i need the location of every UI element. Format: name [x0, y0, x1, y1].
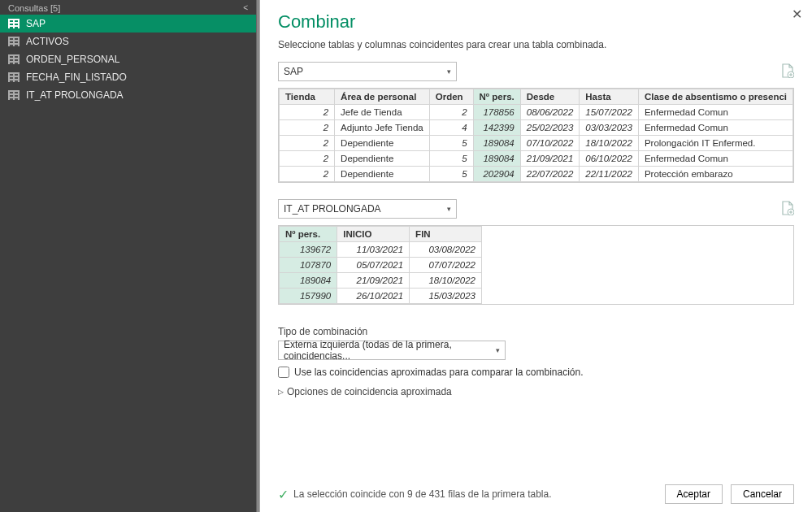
primary-table-select[interactable]: SAP ▾ [278, 62, 457, 81]
table-row[interactable]: 18908421/09/202118/10/2022 [280, 273, 482, 289]
table-cell: 22/07/2022 [520, 167, 580, 182]
table-row[interactable]: 2Dependiente518908421/09/202106/10/2022E… [280, 151, 793, 167]
table-cell: 06/10/2022 [580, 151, 639, 167]
table-cell: 189084 [473, 136, 520, 151]
dialog-title: Combinar [278, 11, 794, 33]
table-cell: 2 [280, 120, 335, 136]
table-cell: Adjunto Jefe Tienda [335, 120, 430, 136]
table-header[interactable]: Hasta [580, 89, 639, 105]
merge-dialog: ✕ Combinar Seleccione tablas y columnas … [260, 0, 812, 512]
fuzzy-match-checkbox[interactable] [278, 367, 289, 378]
table-cell: Enfermedad Comun [638, 120, 792, 136]
table-cell: 107870 [280, 258, 337, 273]
table-cell: 189084 [280, 273, 337, 289]
table-cell: 142399 [473, 120, 520, 136]
table-header[interactable]: INICIO [337, 227, 410, 242]
table-cell: Enfermedad Comun [638, 151, 792, 167]
table-cell: Protección embarazo [638, 167, 792, 182]
table-cell: 15/07/2022 [580, 105, 639, 120]
chevron-down-icon: ▾ [496, 346, 500, 354]
match-status: ✓ La selección coincide con 9 de 431 fil… [278, 487, 552, 502]
cancel-button[interactable]: Cancelar [731, 484, 794, 504]
table-row[interactable]: 2Dependiente520290422/07/202222/11/2022P… [280, 167, 793, 182]
sidebar-item-label: SAP [26, 18, 46, 29]
preview-icon[interactable] [781, 201, 794, 218]
table-cell: 08/06/2022 [520, 105, 580, 120]
table-cell: 07/07/2022 [410, 258, 482, 273]
table-cell: 2 [280, 105, 335, 120]
table-icon [8, 37, 20, 46]
queries-sidebar: Consultas [5] < SAPACTIVOSORDEN_PERSONAL… [0, 0, 256, 512]
primary-table-value: SAP [284, 66, 303, 77]
primary-table-preview[interactable]: TiendaÁrea de personalOrdenNº pers.Desde… [278, 88, 794, 183]
sidebar-collapse-icon[interactable]: < [243, 3, 248, 13]
chevron-down-icon: ▾ [447, 67, 451, 76]
sidebar-item-sap[interactable]: SAP [0, 15, 256, 33]
sidebar-item-label: ACTIVOS [26, 36, 69, 47]
table-row[interactable]: 15799026/10/202115/03/2023 [280, 289, 482, 304]
table-header[interactable]: Área de personal [335, 89, 430, 105]
table-row[interactable]: 2Jefe de Tienda217885608/06/202215/07/20… [280, 105, 793, 120]
sidebar-item-label: IT_AT PROLONGADA [26, 89, 124, 101]
table-cell: 21/09/2021 [337, 273, 410, 289]
table-header[interactable]: Nº pers. [280, 227, 337, 242]
match-status-text: La selección coincide con 9 de 431 filas… [293, 488, 552, 500]
triangle-right-icon: ▷ [278, 388, 284, 396]
table-cell: Prolongación IT Enfermed. [638, 136, 792, 151]
join-type-select[interactable]: Externa izquierda (todas de la primera, … [278, 341, 506, 360]
table-cell: Enfermedad Comun [638, 105, 792, 120]
table-cell: Jefe de Tienda [335, 105, 430, 120]
table-header[interactable]: Clase de absentismo o presenci [638, 89, 792, 105]
table-header[interactable]: Tienda [280, 89, 335, 105]
secondary-table-value: IT_AT PROLONGADA [284, 203, 381, 215]
table-row[interactable]: 13967211/03/202103/08/2022 [280, 242, 482, 258]
table-cell: Dependiente [335, 167, 430, 182]
sidebar-item-activos[interactable]: ACTIVOS [0, 33, 256, 50]
preview-icon[interactable] [781, 63, 794, 80]
table-cell: 2 [280, 136, 335, 151]
table-icon [8, 72, 20, 82]
check-icon: ✓ [278, 487, 289, 502]
table-cell: Dependiente [335, 151, 430, 167]
table-cell: 157990 [280, 289, 337, 304]
table-cell: 5 [429, 167, 473, 182]
sidebar-item-label: ORDEN_PERSONAL [26, 54, 119, 65]
table-icon [8, 90, 20, 100]
secondary-table-preview[interactable]: Nº pers.INICIOFIN13967211/03/202103/08/2… [278, 225, 794, 305]
fuzzy-match-label: Use las coincidencias aproximadas para c… [294, 367, 584, 378]
table-cell: 18/10/2022 [410, 273, 482, 289]
table-header[interactable]: Desde [520, 89, 580, 105]
secondary-table-select[interactable]: IT_AT PROLONGADA ▾ [278, 199, 457, 219]
sidebar-item-it-at-prolongada[interactable]: IT_AT PROLONGADA [0, 86, 256, 104]
table-row[interactable]: 2Adjunto Jefe Tienda414239925/02/202303/… [280, 120, 793, 136]
table-row[interactable]: 2Dependiente518908407/10/202218/10/2022P… [280, 136, 793, 151]
table-cell: 2 [280, 151, 335, 167]
table-header[interactable]: FIN [410, 227, 482, 242]
table-cell: 178856 [473, 105, 520, 120]
table-cell: 11/03/2021 [337, 242, 410, 258]
fuzzy-options-expander[interactable]: ▷ Opciones de coincidencia aproximada [278, 386, 794, 397]
table-cell: 189084 [473, 151, 520, 167]
table-cell: Dependiente [335, 136, 430, 151]
table-cell: 139672 [280, 242, 337, 258]
table-cell: 202904 [473, 167, 520, 182]
table-cell: 03/03/2023 [580, 120, 639, 136]
table-header[interactable]: Nº pers. [473, 89, 520, 105]
table-cell: 4 [429, 120, 473, 136]
join-type-label: Tipo de combinación [278, 326, 794, 337]
table-cell: 5 [429, 136, 473, 151]
table-cell: 21/09/2021 [520, 151, 580, 167]
table-cell: 5 [429, 151, 473, 167]
chevron-down-icon: ▾ [447, 205, 451, 213]
sidebar-item-fecha-fin-listado[interactable]: FECHA_FIN_LISTADO [0, 68, 256, 86]
table-header[interactable]: Orden [429, 89, 473, 105]
table-cell: 2 [280, 167, 335, 182]
table-cell: 15/03/2023 [410, 289, 482, 304]
ok-button[interactable]: Aceptar [665, 484, 723, 504]
table-icon [8, 19, 20, 28]
table-cell: 22/11/2022 [580, 167, 639, 182]
sidebar-title: Consultas [5] [8, 3, 60, 13]
table-row[interactable]: 10787005/07/202107/07/2022 [280, 258, 482, 273]
sidebar-item-orden-personal[interactable]: ORDEN_PERSONAL [0, 50, 256, 68]
close-icon[interactable]: ✕ [792, 7, 802, 22]
